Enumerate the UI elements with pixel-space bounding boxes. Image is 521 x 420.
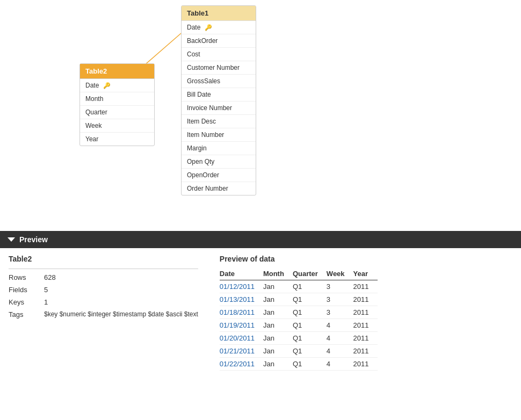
table1-field-billdate[interactable]: Bill Date: [182, 88, 256, 102]
table1-box: Table1 Date 🔑 BackOrder Cost Customer Nu…: [181, 5, 256, 195]
table1-field-grosssales[interactable]: GrossSales: [182, 75, 256, 88]
table-cell: 3: [327, 306, 353, 319]
table2-box: Table2 Date 🔑 Month Quarter Week Year: [79, 63, 155, 146]
table1-field-margin[interactable]: Margin: [182, 142, 256, 155]
table-cell: Jan: [263, 306, 293, 319]
table-cell: Jan: [263, 358, 293, 371]
data-preview-title: Preview of data: [220, 255, 512, 263]
table-cell: 4: [327, 358, 353, 371]
table-cell: Q1: [293, 306, 327, 319]
preview-content: Table2 Rows 628 Fields 5 Keys 1 Tags $ke…: [0, 248, 521, 377]
table-row: 01/12/2011JanQ132011: [220, 280, 378, 293]
table1-field-openqty[interactable]: Open Qty: [182, 155, 256, 169]
table-cell: 3: [327, 280, 353, 293]
table-cell: 2011: [353, 319, 378, 332]
keys-label: Keys: [9, 298, 35, 306]
table-cell: Q1: [293, 280, 327, 293]
key-icon-date2: 🔑: [103, 82, 111, 89]
table-cell: 4: [327, 319, 353, 332]
table-cell: Jan: [263, 293, 293, 306]
table1-field-customernumber[interactable]: Customer Number: [182, 61, 256, 75]
table-cell: Q1: [293, 345, 327, 358]
collapse-triangle-icon: [8, 237, 15, 242]
rows-value: 628: [44, 273, 56, 281]
table-cell: 01/21/2011: [220, 345, 263, 358]
table-header-row: Date Month Quarter Week Year: [220, 267, 378, 280]
info-panel: Table2 Rows 628 Fields 5 Keys 1 Tags $ke…: [9, 255, 198, 371]
table-row: 01/21/2011JanQ142011: [220, 345, 378, 358]
table-cell: 2011: [353, 358, 378, 371]
diagram-area: Table1 Date 🔑 BackOrder Cost Customer Nu…: [0, 0, 521, 231]
table1-field-openorder[interactable]: OpenOrder: [182, 169, 256, 182]
keys-value: 1: [44, 298, 48, 306]
table1-header: Table1: [182, 6, 256, 21]
table-cell: 01/13/2011: [220, 293, 263, 306]
fields-label: Fields: [9, 286, 35, 294]
table-cell: Q1: [293, 332, 327, 345]
table-cell: 3: [327, 293, 353, 306]
info-row-tags: Tags $key $numeric $integer $timestamp $…: [9, 310, 198, 318]
table-cell: Jan: [263, 319, 293, 332]
preview-label: Preview: [19, 235, 48, 244]
table-cell: 2011: [353, 280, 378, 293]
table-cell: 01/19/2011: [220, 319, 263, 332]
info-row-keys: Keys 1: [9, 298, 198, 306]
table2-field-week[interactable]: Week: [80, 119, 154, 133]
info-row-fields: Fields 5: [9, 286, 198, 294]
table1-field-ordernumber[interactable]: Order Number: [182, 182, 256, 195]
table1-field-backorder[interactable]: BackOrder: [182, 34, 256, 48]
table-cell: 2011: [353, 332, 378, 345]
table2-header: Table2: [80, 64, 154, 79]
key-icon-date: 🔑: [205, 24, 212, 31]
table-row: 01/19/2011JanQ142011: [220, 319, 378, 332]
table-cell: Q1: [293, 358, 327, 371]
tags-value: $key $numeric $integer $timestamp $date …: [44, 310, 198, 318]
table-cell: Q1: [293, 319, 327, 332]
col-date: Date: [220, 267, 263, 280]
table-cell: Jan: [263, 345, 293, 358]
table-cell: 2011: [353, 293, 378, 306]
col-year: Year: [353, 267, 378, 280]
tags-label: Tags: [9, 310, 35, 318]
table-cell: Jan: [263, 332, 293, 345]
table-cell: 2011: [353, 306, 378, 319]
table1-field-invoicenumber[interactable]: Invoice Number: [182, 102, 256, 115]
table-cell: 01/20/2011: [220, 332, 263, 345]
table2-field-quarter[interactable]: Quarter: [80, 106, 154, 119]
info-divider: [9, 269, 198, 269]
preview-bar[interactable]: Preview: [0, 231, 521, 248]
col-week: Week: [327, 267, 353, 280]
table-row: 01/13/2011JanQ132011: [220, 293, 378, 306]
table2-field-date[interactable]: Date 🔑: [80, 79, 154, 92]
col-quarter: Quarter: [293, 267, 327, 280]
table-cell: Jan: [263, 280, 293, 293]
col-month: Month: [263, 267, 293, 280]
data-preview: Preview of data Date Month Quarter Week …: [220, 255, 512, 371]
table-cell: Q1: [293, 293, 327, 306]
table1-field-itemdesc[interactable]: Item Desc: [182, 115, 256, 128]
table1-field-cost[interactable]: Cost: [182, 48, 256, 61]
table-row: 01/22/2011JanQ142011: [220, 358, 378, 371]
info-panel-title: Table2: [9, 255, 198, 263]
table-row: 01/18/2011JanQ132011: [220, 306, 378, 319]
connector-svg: [0, 0, 521, 231]
table-row: 01/20/2011JanQ142011: [220, 332, 378, 345]
table2-field-month[interactable]: Month: [80, 92, 154, 106]
table-cell: 4: [327, 332, 353, 345]
table1-field-itemnumber[interactable]: Item Number: [182, 128, 256, 142]
table-cell: 01/22/2011: [220, 358, 263, 371]
info-row-rows: Rows 628: [9, 273, 198, 281]
data-table: Date Month Quarter Week Year 01/12/2011J…: [220, 267, 378, 371]
table-cell: 01/18/2011: [220, 306, 263, 319]
table-cell: 01/12/2011: [220, 280, 263, 293]
rows-label: Rows: [9, 273, 35, 281]
table2-field-year[interactable]: Year: [80, 133, 154, 146]
fields-value: 5: [44, 286, 48, 294]
table-cell: 2011: [353, 345, 378, 358]
table-cell: 4: [327, 345, 353, 358]
table1-field-date[interactable]: Date 🔑: [182, 21, 256, 34]
